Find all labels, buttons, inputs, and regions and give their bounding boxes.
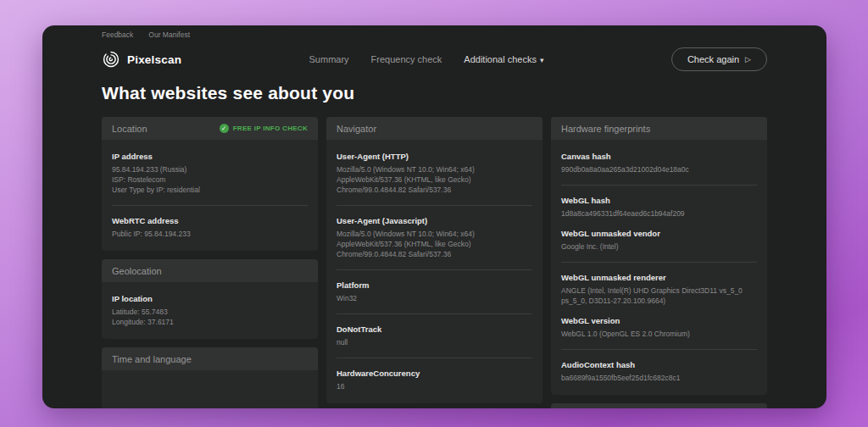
navigator-card-body: User-Agent (HTTP) Mozilla/5.0 (Windows N… xyxy=(326,140,542,403)
hardware-card-header: Hardware fingerprints xyxy=(551,117,767,140)
divider xyxy=(337,269,532,270)
location-card: Location ✓ FREE IP INFO CHECK IP address… xyxy=(102,117,318,251)
location-card-header: Location ✓ FREE IP INFO CHECK xyxy=(102,117,318,140)
field-label: User-Agent (Javascript) xyxy=(337,216,532,225)
results-grid: Location ✓ FREE IP INFO CHECK IP address… xyxy=(42,117,826,408)
divider xyxy=(337,358,532,358)
field-label: WebGL hash xyxy=(561,196,757,205)
nav-additional-checks-label: Additional checks xyxy=(464,54,537,64)
brand-logo[interactable]: Pixelscan xyxy=(102,50,181,69)
field-value: AppleWebKit/537.36 (KHTML, like Gecko) xyxy=(337,239,532,249)
field-value: Public IP: 95.84.194.233 xyxy=(112,229,308,239)
time-language-card: Time and language xyxy=(102,347,318,408)
nav-summary[interactable]: Summary xyxy=(309,54,349,64)
hardware-fingerprints-card: Hardware fingerprints Canvas hash 990db0… xyxy=(551,117,767,395)
field-label: Canvas hash xyxy=(561,152,757,161)
divider xyxy=(561,185,757,186)
play-icon: ▷ xyxy=(745,55,751,64)
divider xyxy=(561,262,757,263)
field-value: Win32 xyxy=(337,293,532,303)
field-label: HardwareConcurency xyxy=(337,369,532,378)
time-language-card-body xyxy=(102,370,318,408)
navigator-card: Navigator User-Agent (HTTP) Mozilla/5.0 … xyxy=(326,117,542,403)
field-value: 16 xyxy=(337,381,532,391)
field-group-webgl-renderer: WebGL unmasked renderer ANGLE (Intel, In… xyxy=(561,273,757,306)
field-value: ba6689f9a1550fb5eef25d1fc682c8c1 xyxy=(561,373,757,383)
field-label: WebGL unmasked vendor xyxy=(561,229,757,238)
field-value: 990db0a8a0aa265a3d21002d04e18a0c xyxy=(561,164,757,175)
field-group-platform: Platform Win32 xyxy=(337,280,532,303)
field-group-canvas-hash: Canvas hash 990db0a8a0aa265a3d21002d04e1… xyxy=(561,152,757,175)
geolocation-card-body: IP location Latitude: 55.7483 Longitude:… xyxy=(102,282,318,339)
column-left: Location ✓ FREE IP INFO CHECK IP address… xyxy=(102,117,318,408)
field-group-ip-location: IP location Latitude: 55.7483 Longitude:… xyxy=(112,294,308,327)
field-label: AudioContext hash xyxy=(561,360,757,369)
time-language-card-header: Time and language xyxy=(102,347,318,370)
field-value: 1d8a8ca496331df64eaed6c1b94af209 xyxy=(561,208,757,219)
field-label: WebGL version xyxy=(561,316,757,325)
field-group-webgl-vendor: WebGL unmasked vendor Google Inc. (Intel… xyxy=(561,229,757,252)
field-group-ip-address: IP address 95.84.194.233 (Russia) ISP: R… xyxy=(112,152,308,195)
main-nav: Summary Frequency check Additional check… xyxy=(309,54,544,64)
site-header: Pixelscan Summary Frequency check Additi… xyxy=(42,47,826,71)
hardware-card-title: Hardware fingerprints xyxy=(561,124,650,134)
field-group-ua-http: User-Agent (HTTP) Mozilla/5.0 (Windows N… xyxy=(337,152,532,195)
time-language-card-title: Time and language xyxy=(112,354,192,364)
our-manifest-link[interactable]: Our Manifest xyxy=(148,30,190,39)
divider xyxy=(337,313,532,314)
page-title: What websites see about you xyxy=(102,83,767,103)
divider xyxy=(337,205,532,206)
field-label: DoNotTrack xyxy=(337,324,532,334)
field-value: Chrome/99.0.4844.82 Safari/537.36 xyxy=(337,185,532,195)
nav-frequency-check[interactable]: Frequency check xyxy=(371,54,442,64)
navigator-card-title: Navigator xyxy=(337,124,376,134)
fonts-card-header: Fonts xyxy=(551,403,767,408)
field-value: ANGLE (Intel, Intel(R) UHD Graphics Dire… xyxy=(561,286,757,306)
field-value: Google Inc. (Intel) xyxy=(561,241,757,252)
check-again-button[interactable]: Check again ▷ xyxy=(671,47,767,71)
brand-name: Pixelscan xyxy=(127,53,181,66)
divider xyxy=(112,205,308,206)
field-value: AppleWebKit/537.36 (KHTML, like Gecko) xyxy=(337,175,532,185)
field-value: Chrome/99.0.4844.82 Safari/537.36 xyxy=(337,249,532,259)
field-value: ISP: Rostelecom xyxy=(112,175,308,185)
column-middle: Navigator User-Agent (HTTP) Mozilla/5.0 … xyxy=(326,117,542,403)
nav-additional-checks[interactable]: Additional checks▾ xyxy=(464,54,543,64)
field-group-ua-js: User-Agent (Javascript) Mozilla/5.0 (Win… xyxy=(337,216,532,259)
location-card-body: IP address 95.84.194.233 (Russia) ISP: R… xyxy=(102,140,318,251)
check-icon: ✓ xyxy=(220,124,229,133)
pixelscan-logo-icon xyxy=(102,50,120,69)
field-label: WebGL unmasked renderer xyxy=(561,273,757,282)
divider xyxy=(561,349,757,350)
geolocation-card: Geolocation IP location Latitude: 55.748… xyxy=(102,259,318,339)
column-right: Hardware fingerprints Canvas hash 990db0… xyxy=(551,117,767,408)
hardware-card-body: Canvas hash 990db0a8a0aa265a3d21002d04e1… xyxy=(551,140,767,395)
field-label: IP address xyxy=(112,152,308,161)
feedback-link[interactable]: Feedback xyxy=(102,30,133,39)
field-value: WebGL 1.0 (OpenGL ES 2.0 Chromium) xyxy=(561,329,757,339)
pixelscan-window: Feedback Our Manifest Pixelscan Summary … xyxy=(42,25,826,408)
free-ip-check-label: FREE IP INFO CHECK xyxy=(233,125,308,132)
field-group-donottrack: DoNotTrack null xyxy=(337,324,532,347)
field-value: Longitude: 37.6171 xyxy=(112,317,308,327)
field-group-webgl-version: WebGL version WebGL 1.0 (OpenGL ES 2.0 C… xyxy=(561,316,757,339)
field-group-hardware-concurrency: HardwareConcurency 16 xyxy=(337,369,532,391)
top-links-bar: Feedback Our Manifest xyxy=(42,25,826,39)
field-value: null xyxy=(337,337,532,347)
free-ip-check-badge: ✓ FREE IP INFO CHECK xyxy=(220,124,308,133)
field-label: User-Agent (HTTP) xyxy=(337,152,532,161)
navigator-card-header: Navigator xyxy=(326,117,542,140)
geolocation-card-header: Geolocation xyxy=(102,259,318,282)
field-label: WebRTC address xyxy=(112,216,308,225)
field-label: IP location xyxy=(112,294,308,303)
field-label: Platform xyxy=(337,280,532,290)
field-value: Mozilla/5.0 (Windows NT 10.0; Win64; x64… xyxy=(337,164,532,175)
check-again-label: Check again xyxy=(687,54,739,64)
field-value: User Type by IP: residential xyxy=(112,185,308,195)
field-value: Mozilla/5.0 (Windows NT 10.0; Win64; x64… xyxy=(337,229,532,239)
field-value: 95.84.194.233 (Russia) xyxy=(112,164,308,175)
field-group-audiocontext-hash: AudioContext hash ba6689f9a1550fb5eef25d… xyxy=(561,360,757,383)
location-card-title: Location xyxy=(112,124,147,134)
field-group-webgl-hash: WebGL hash 1d8a8ca496331df64eaed6c1b94af… xyxy=(561,196,757,219)
fonts-card: Fonts xyxy=(551,403,767,408)
